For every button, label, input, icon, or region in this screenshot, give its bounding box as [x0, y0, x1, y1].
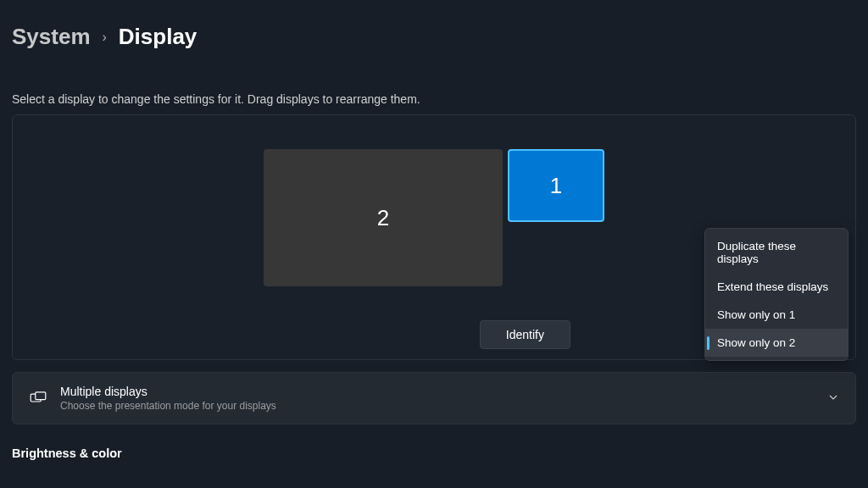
- dropdown-item-show-only-1[interactable]: Show only on 1: [705, 301, 848, 329]
- brightness-color-heading: Brightness & color: [0, 424, 868, 460]
- dropdown-item-duplicate[interactable]: Duplicate these displays: [705, 232, 848, 273]
- svg-rect-1: [36, 392, 46, 400]
- help-text: Select a display to change the settings …: [0, 50, 868, 114]
- display-box-1[interactable]: 1: [508, 149, 604, 222]
- section-text: Multiple displays Choose the presentatio…: [60, 385, 815, 412]
- displays-container: 2 1: [264, 149, 604, 286]
- breadcrumb: System › Display: [0, 0, 868, 50]
- section-subtitle: Choose the presentation mode for your di…: [60, 400, 815, 412]
- display-box-2[interactable]: 2: [264, 149, 503, 286]
- identify-button[interactable]: Identify: [480, 320, 570, 349]
- section-title: Multiple displays: [60, 385, 815, 398]
- display-arrangement-area: 2 1 Identify Duplicate these displays Ex…: [12, 114, 856, 360]
- dropdown-item-extend[interactable]: Extend these displays: [705, 273, 848, 301]
- dropdown-item-show-only-2[interactable]: Show only on 2: [705, 329, 848, 357]
- breadcrumb-parent[interactable]: System: [12, 24, 91, 50]
- multiple-displays-row[interactable]: Multiple displays Choose the presentatio…: [12, 372, 856, 424]
- displays-icon: [30, 391, 47, 405]
- display-mode-dropdown: Duplicate these displays Extend these di…: [704, 228, 849, 361]
- breadcrumb-current: Display: [119, 24, 198, 50]
- chevron-right-icon: ›: [103, 30, 107, 45]
- chevron-down-icon: [828, 392, 838, 405]
